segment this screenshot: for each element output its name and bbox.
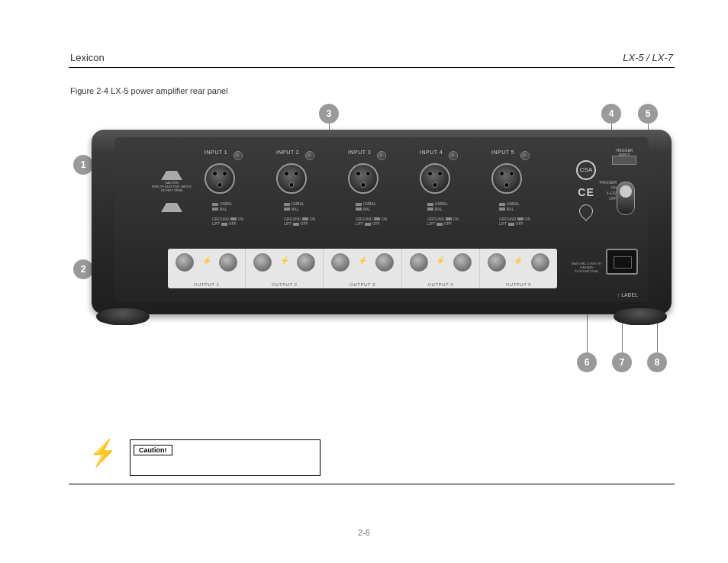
output-label: OUTPUT 3 — [324, 282, 401, 287]
page-number: 2-6 — [358, 528, 370, 537]
binding-post-neg[interactable] — [176, 253, 194, 272]
xlr-jack[interactable] — [348, 163, 378, 194]
amplifier-rear-panel: CAUTION RISK OF ELECTRIC SHOCK DO NOT OP… — [92, 130, 672, 314]
caution-line2: DO NOT OPEN — [145, 189, 198, 193]
mode-switches[interactable]: UNBAL BAL GROUND ON LIFT OFF — [427, 201, 465, 227]
bolt-icon: ⚡ — [514, 256, 523, 265]
manual-page: Lexicon LX-5 / LX-7 Figure 2-4 LX-5 powe… — [0, 0, 728, 563]
caution-note: ⚡ Caution! — [87, 439, 321, 476]
header-brand: Lexicon — [70, 52, 105, 63]
input-label: INPUT 4 — [420, 150, 443, 155]
rca-jack[interactable] — [449, 151, 458, 160]
input-label: INPUT 3 — [348, 150, 371, 155]
xlr-jack[interactable] — [276, 163, 307, 194]
binding-post-pos[interactable] — [297, 253, 315, 272]
sw-bal: BAL — [220, 207, 227, 211]
output-cell: ⚡ OUTPUT 4 — [402, 249, 480, 288]
header-model: LX-5 / LX-7 — [623, 52, 673, 63]
rca-jack[interactable] — [305, 151, 314, 160]
input-label: INPUT 5 — [491, 150, 514, 155]
rca-jack[interactable] — [234, 151, 243, 160]
input-label: INPUT 1 — [205, 150, 227, 155]
binding-post-pos[interactable] — [219, 253, 237, 272]
binding-post-pos[interactable] — [453, 253, 472, 272]
chassis-foot — [614, 308, 667, 325]
binding-post-pos[interactable] — [531, 253, 549, 272]
output-cell: ⚡ OUTPUT 2 — [246, 249, 324, 288]
output-cell: ⚡ OUTPUT 3 — [324, 249, 401, 288]
bolt-icon: ⚡ — [436, 256, 445, 265]
warning-triangle-icon — [161, 194, 182, 212]
output-label: OUTPUT 4 — [402, 282, 479, 287]
sw-ground: GROUND — [212, 217, 229, 221]
lightning-icon: ⚡ — [89, 439, 117, 465]
mode-switches[interactable]: UNBAL BAL GROUND ON LIFT OFF — [499, 201, 537, 227]
output-label: OUTPUT 2 — [246, 282, 323, 287]
rca-jack[interactable] — [520, 151, 530, 160]
xlr-jack[interactable] — [420, 163, 450, 194]
output-label: OUTPUT 1 — [168, 282, 245, 287]
sw-lift: LIFT — [212, 221, 220, 226]
sw-on: ON — [238, 217, 244, 221]
chassis-foot — [96, 308, 150, 325]
caution-box: Caution! — [130, 439, 321, 476]
binding-post-neg[interactable] — [410, 253, 428, 272]
caution-box-title: Caution! — [134, 445, 172, 455]
caution-label: CAUTION RISK OF ELECTRIC SHOCK DO NOT OP… — [145, 160, 198, 214]
rule-top — [69, 67, 675, 68]
callout-5: 5 — [638, 104, 658, 124]
mode-switches[interactable]: UNBAL BAL GROUND ON LIFT OFF — [356, 201, 394, 227]
bolt-icon: ⚡ — [358, 256, 367, 265]
binding-post-neg[interactable] — [331, 253, 350, 272]
rule-bottom — [69, 484, 675, 484]
mode-switches[interactable]: UNBAL BAL GROUND ON LIFT OFF — [212, 201, 250, 227]
callout-3: 3 — [319, 104, 339, 124]
ce-icon: CE — [571, 186, 601, 198]
trigger-switch[interactable] — [617, 182, 635, 215]
callout-1: 1 — [73, 155, 93, 175]
binding-post-pos[interactable] — [375, 253, 394, 272]
callout-4: 4 — [601, 104, 621, 124]
binding-post-neg[interactable] — [253, 253, 272, 272]
callout-7: 7 — [612, 352, 632, 372]
callout-6: 6 — [577, 352, 597, 372]
xlr-jack[interactable] — [491, 163, 522, 194]
warning-triangle-icon — [161, 162, 182, 180]
amp-face: CAUTION RISK OF ELECTRIC SHOCK DO NOT OP… — [114, 137, 649, 302]
figure-caption: Figure 2-4 LX-5 power amplifier rear pan… — [70, 86, 228, 95]
output-label: OUTPUT 5 — [480, 282, 557, 287]
mode-switches[interactable]: UNBAL BAL GROUND ON LIFT OFF — [284, 201, 322, 227]
input-label: INPUT 2 — [276, 150, 299, 155]
speaker-output-strip: ⚡ OUTPUT 1 ⚡ OUTPUT 2 ⚡ OUTPUT 3 — [168, 249, 557, 288]
certification-marks: CSA CE — [571, 160, 601, 221]
serial-label-arrow: ↑ LABEL — [617, 292, 638, 298]
xlr-jack[interactable] — [205, 163, 235, 194]
trigger-terminal[interactable] — [612, 156, 636, 165]
binding-post-neg[interactable] — [488, 253, 506, 272]
callout-2: 2 — [73, 259, 93, 279]
callout-8: 8 — [647, 352, 667, 372]
trigger-mode-labels: TRIGGER ON 4-12V OFF — [599, 180, 617, 201]
sw-off: OFF — [229, 221, 237, 226]
sw-unbal: UNBAL — [220, 201, 233, 206]
manufacturer-label: MANUFACTURED BY HARMAN INTERNATIONAL — [568, 262, 606, 273]
csa-icon: CSA — [576, 160, 596, 180]
bolt-icon: ⚡ — [280, 256, 289, 265]
bolt-icon: ⚡ — [202, 256, 211, 265]
output-cell: ⚡ OUTPUT 5 — [480, 249, 557, 288]
ctick-icon — [576, 201, 595, 220]
rca-jack[interactable] — [377, 151, 386, 160]
ac-inlet[interactable] — [606, 249, 638, 275]
output-cell: ⚡ OUTPUT 1 — [168, 249, 246, 288]
